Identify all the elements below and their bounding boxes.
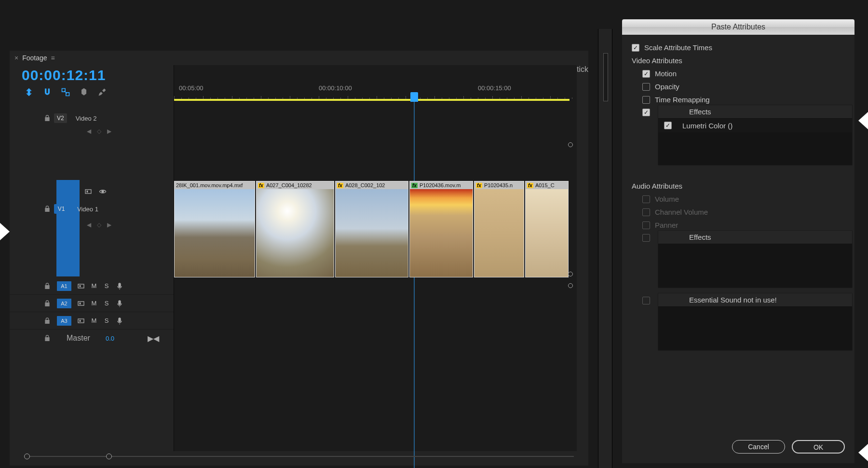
- timeline-clip[interactable]: 28IK_001.mov.mov.mp4.mxf: [174, 181, 255, 277]
- prev-keyframe-icon[interactable]: ◀: [87, 221, 91, 228]
- work-area-bar[interactable]: [174, 99, 570, 101]
- settings-icon[interactable]: [97, 87, 107, 99]
- keyframe-diamond-icon[interactable]: ◇: [97, 128, 101, 135]
- track-v1-header[interactable]: V1 Video 1: [10, 204, 174, 214]
- track-a2-tag[interactable]: A2: [57, 299, 71, 308]
- essential-sound-box: Essential Sound not in use!: [658, 293, 853, 351]
- timeline-clip[interactable]: fxA015_C: [525, 181, 569, 277]
- horizontal-zoom-bar[interactable]: [24, 453, 574, 460]
- mute-toggle[interactable]: M: [91, 282, 97, 289]
- timeline-clip[interactable]: fxP1020435.n: [474, 181, 524, 277]
- timeline-clip[interactable]: fxA027_C004_10282: [256, 181, 334, 277]
- lock-icon[interactable]: [43, 334, 51, 342]
- track-v1-tag[interactable]: V1: [54, 204, 68, 214]
- voiceover-icon[interactable]: [116, 300, 123, 307]
- timeline-clip[interactable]: fxP1020436.mov.m: [409, 181, 473, 277]
- master-expand-icon[interactable]: ▶◀: [148, 334, 159, 343]
- lock-icon[interactable]: [43, 300, 51, 307]
- audio-effects-box: Effects: [658, 230, 853, 288]
- cancel-button[interactable]: Cancel: [732, 440, 785, 454]
- motion-row[interactable]: ✓ Motion: [632, 69, 845, 78]
- track-v2-name: Video 2: [76, 115, 97, 122]
- track-v2-tag[interactable]: V2: [54, 113, 67, 123]
- effects-header-label: Effects: [689, 108, 711, 116]
- ruler-label: 00:05:00: [179, 84, 203, 92]
- linked-selection-icon[interactable]: [61, 87, 70, 99]
- opacity-row[interactable]: Opacity: [632, 83, 845, 91]
- timeline-track-area[interactable]: 00:05:00 00:00:10:00 00:00:15:00 28IK_00…: [174, 65, 577, 451]
- ok-button[interactable]: OK: [792, 440, 845, 454]
- fx-badge-icon: fx: [337, 183, 343, 188]
- time-ruler[interactable]: 00:05:00 00:00:10:00 00:00:15:00: [174, 84, 577, 99]
- clip-thumbnail: [410, 189, 473, 277]
- track-master-header[interactable]: Master 0.0 ▶◀: [10, 330, 174, 347]
- track-v2-header[interactable]: V2 Video 2: [10, 113, 174, 123]
- mute-toggle[interactable]: M: [91, 317, 97, 324]
- svg-rect-4: [80, 285, 81, 287]
- video-effects-box: Effects ✓ Lumetri Color (): [658, 105, 853, 165]
- solo-toggle[interactable]: S: [103, 282, 110, 289]
- checkbox-icon[interactable]: [642, 83, 650, 91]
- markers-icon[interactable]: [79, 87, 89, 99]
- clip-label: fxP1020435.n: [475, 181, 524, 189]
- current-timecode[interactable]: 00:00:12:11: [10, 65, 174, 83]
- solo-toggle[interactable]: S: [103, 300, 110, 307]
- next-keyframe-icon[interactable]: ▶: [107, 128, 111, 135]
- checkbox-checked-icon[interactable]: ✓: [632, 44, 639, 52]
- prev-keyframe-icon[interactable]: ◀: [87, 128, 91, 135]
- vertical-scroll[interactable]: [568, 142, 574, 468]
- track-a2-header[interactable]: A2 M S: [10, 295, 174, 312]
- lock-icon[interactable]: [43, 114, 51, 122]
- mute-toggle[interactable]: M: [91, 300, 97, 307]
- track-a1-tag[interactable]: A1: [57, 281, 71, 291]
- sync-lock-icon[interactable]: [84, 188, 92, 195]
- svg-rect-3: [78, 284, 84, 288]
- lock-icon[interactable]: [43, 282, 51, 290]
- clip-thumbnail: [475, 189, 524, 277]
- sync-lock-icon[interactable]: [77, 282, 85, 290]
- sync-lock-icon[interactable]: [77, 317, 85, 325]
- voiceover-icon[interactable]: [116, 282, 123, 290]
- clip-label: fxP1020436.mov.m: [410, 181, 473, 189]
- track-a1-header[interactable]: A1 M S: [10, 277, 174, 295]
- next-keyframe-icon[interactable]: ▶: [107, 221, 111, 228]
- track-a3-header[interactable]: A3 M S: [10, 312, 174, 330]
- checkbox-checked-icon[interactable]: ✓: [642, 70, 650, 78]
- timeline-clip[interactable]: fxA028_C002_102: [335, 181, 408, 277]
- v1-toggle-icons: [84, 188, 107, 195]
- solo-toggle[interactable]: S: [103, 317, 110, 324]
- track-v1-selection-highlight: [56, 180, 80, 276]
- panel-divider[interactable]: [598, 29, 612, 468]
- essential-sound-label: Essential Sound not in use!: [689, 296, 777, 304]
- nest-icon[interactable]: [24, 87, 34, 99]
- checkbox-checked-icon[interactable]: ✓: [642, 109, 650, 116]
- lumetri-row[interactable]: ✓ Lumetri Color (): [658, 119, 852, 132]
- close-tab-icon[interactable]: ×: [14, 54, 18, 62]
- keyframe-diamond-icon[interactable]: ◇: [97, 221, 101, 228]
- lock-icon[interactable]: [43, 205, 51, 213]
- voiceover-icon[interactable]: [116, 317, 123, 325]
- time-remapping-label: Time Remapping: [655, 96, 710, 104]
- dialog-title: Paste Attributes: [622, 19, 854, 35]
- lock-icon[interactable]: [43, 317, 51, 325]
- clips-lane[interactable]: 28IK_001.mov.mov.mp4.mxffxA027_C004_1028…: [174, 181, 577, 277]
- panel-menu-icon[interactable]: ≡: [51, 54, 55, 62]
- checkbox-disabled-icon: [642, 297, 650, 304]
- snap-icon[interactable]: [42, 87, 52, 99]
- track-output-icon[interactable]: [99, 188, 107, 195]
- checkbox-checked-icon[interactable]: ✓: [664, 122, 672, 129]
- fx-badge-icon: fx: [258, 183, 264, 188]
- svg-rect-7: [78, 319, 84, 323]
- checkbox-icon[interactable]: [642, 96, 650, 104]
- motion-label: Motion: [655, 69, 677, 78]
- track-a3-tag[interactable]: A3: [57, 316, 71, 326]
- panel-title[interactable]: Footage: [22, 54, 47, 62]
- scale-attribute-times-label: Scale Attribute Times: [644, 43, 712, 52]
- master-value[interactable]: 0.0: [106, 335, 114, 342]
- svg-rect-0: [85, 190, 91, 193]
- v2-keyframe-nav: ◀ ◇ ▶: [58, 128, 111, 135]
- scale-attribute-times-row[interactable]: ✓ Scale Attribute Times: [632, 43, 845, 52]
- playhead-handle[interactable]: [410, 92, 418, 102]
- sync-lock-icon[interactable]: [77, 300, 85, 307]
- time-remapping-row[interactable]: Time Remapping: [632, 96, 845, 104]
